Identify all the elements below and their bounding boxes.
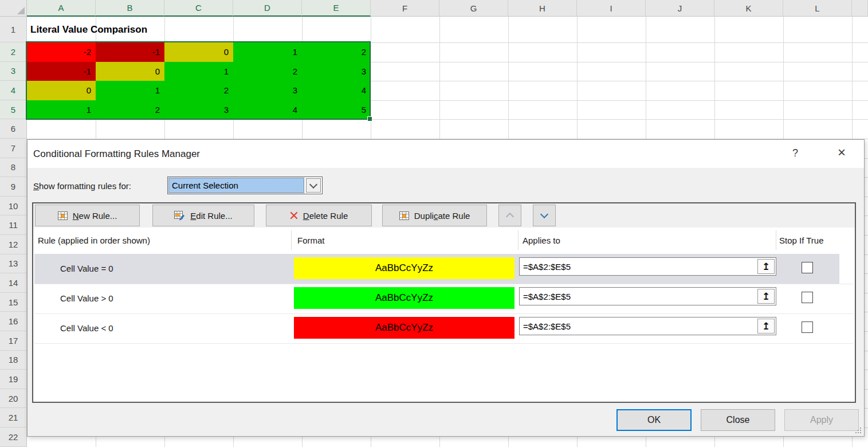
row-header-9[interactable]: 9 <box>0 177 27 197</box>
applies-to-field[interactable]: ↥ <box>519 257 776 276</box>
row-header-10[interactable]: 10 <box>0 197 27 216</box>
cell-e2[interactable]: 2 <box>302 42 371 62</box>
row-header-15[interactable]: 15 <box>0 293 27 312</box>
column-header-h[interactable]: H <box>508 0 577 17</box>
row-header-13[interactable]: 13 <box>0 254 27 274</box>
cell-d4[interactable]: 3 <box>233 81 302 100</box>
column-header-j[interactable]: J <box>646 0 714 17</box>
row-header-18[interactable]: 18 <box>0 351 27 370</box>
applies-to-input[interactable] <box>520 258 776 275</box>
duplicate-rule-button[interactable]: Duplicate Rule <box>382 205 487 226</box>
format-preview-text: AaBbCcYyZz <box>375 322 433 334</box>
scope-dropdown-button[interactable] <box>306 178 321 193</box>
rules-list-header: Rule (applied in order shown) Format App… <box>33 228 855 254</box>
move-down-button[interactable] <box>533 205 556 226</box>
collapse-dialog-icon[interactable]: ↥ <box>757 289 775 304</box>
row-header-21[interactable]: 21 <box>0 408 27 428</box>
cell-d5[interactable]: 4 <box>233 100 302 120</box>
delete-rule-button[interactable]: Delete Rule <box>266 205 372 226</box>
cell-a4[interactable]: 0 <box>27 81 96 100</box>
cell-c5[interactable]: 3 <box>164 100 233 120</box>
format-preview-text: AaBbCcYyZz <box>375 262 433 274</box>
column-header-k[interactable]: K <box>714 0 783 17</box>
collapse-dialog-icon[interactable]: ↥ <box>757 259 775 274</box>
dialog-close-button[interactable]: × <box>828 140 855 166</box>
ok-button[interactable]: OK <box>616 409 692 431</box>
cell-c4[interactable]: 2 <box>164 81 233 100</box>
resize-grip[interactable] <box>853 425 861 433</box>
cell-a2[interactable]: -2 <box>27 42 96 62</box>
column-divider <box>291 230 292 250</box>
stop-if-true-checkbox[interactable] <box>802 292 813 303</box>
column-header-l[interactable]: L <box>783 0 852 17</box>
applies-to-field[interactable]: ↥ <box>519 287 776 305</box>
header-stop-if-true: Stop If True <box>779 228 824 254</box>
cell-c3[interactable]: 1 <box>164 62 233 81</box>
row-header-22[interactable]: 22 <box>0 428 27 447</box>
table-icon <box>58 211 68 220</box>
help-button[interactable]: ? <box>785 140 806 166</box>
show-rules-label: Show formatting rules for: <box>33 178 131 195</box>
dialog-title: Conditional Formatting Rules Manager <box>33 140 200 168</box>
new-rule-button[interactable]: New Rule... <box>35 205 140 226</box>
row-header-14[interactable]: 14 <box>0 273 27 293</box>
edit-rule-label: Edit Rule... <box>190 211 232 221</box>
cell-a1[interactable]: Literal Value Comparison <box>30 17 147 42</box>
scope-dropdown[interactable]: Current Selection <box>167 177 323 194</box>
row-header-16[interactable]: 16 <box>0 312 27 331</box>
rule-format-preview: AaBbCcYyZz <box>294 317 514 339</box>
column-header-b[interactable]: B <box>96 0 164 17</box>
cell-d2[interactable]: 1 <box>233 42 302 62</box>
column-header-d[interactable]: D <box>233 0 302 17</box>
row-header-7[interactable]: 7 <box>0 139 27 158</box>
row-header-8[interactable]: 8 <box>0 158 27 178</box>
cell-c2[interactable]: 0 <box>164 42 233 62</box>
column-header-i[interactable]: I <box>577 0 646 17</box>
row-header-6[interactable]: 6 <box>0 119 27 139</box>
row-header-19[interactable]: 19 <box>0 370 27 389</box>
rule-row[interactable]: Cell Value = 0 AaBbCcYyZz ↥ <box>34 254 854 284</box>
column-header-partial <box>852 0 868 17</box>
applies-to-field[interactable]: ↥ <box>519 317 776 335</box>
cell-a5[interactable]: 1 <box>27 100 96 120</box>
cell-a3[interactable]: -1 <box>27 62 96 81</box>
delete-x-icon <box>290 211 298 219</box>
column-header-g[interactable]: G <box>439 0 508 17</box>
row-header-5[interactable]: 5 <box>0 100 27 120</box>
scope-dropdown-value: Current Selection <box>168 178 304 193</box>
applies-to-input[interactable] <box>520 288 776 305</box>
column-header-c[interactable]: C <box>164 0 233 17</box>
row-header-1[interactable]: 1 <box>0 17 27 42</box>
edit-rule-button[interactable]: Edit Rule... <box>152 205 254 226</box>
collapse-dialog-icon[interactable]: ↥ <box>757 319 775 334</box>
cell-e4[interactable]: 4 <box>302 81 371 100</box>
row-header-12[interactable]: 12 <box>0 235 27 254</box>
stop-if-true-checkbox[interactable] <box>802 321 813 333</box>
cell-b5[interactable]: 2 <box>96 100 164 120</box>
column-header-f[interactable]: F <box>371 0 439 17</box>
row-header-11[interactable]: 11 <box>0 215 27 235</box>
move-up-button[interactable] <box>498 205 521 226</box>
stop-if-true-checkbox[interactable] <box>802 262 813 273</box>
fill-handle[interactable] <box>367 116 372 121</box>
row-header-17[interactable]: 17 <box>0 331 27 351</box>
cell-b4[interactable]: 1 <box>96 81 164 100</box>
row-header-2[interactable]: 2 <box>0 42 27 62</box>
column-divider <box>518 230 519 250</box>
chevron-down-icon <box>309 180 317 188</box>
cell-e3[interactable]: 3 <box>302 62 371 81</box>
close-button[interactable]: Close <box>701 409 775 431</box>
cell-b2[interactable]: -1 <box>96 42 164 62</box>
row-header-20[interactable]: 20 <box>0 389 27 409</box>
row-header-3[interactable]: 3 <box>0 62 27 81</box>
cell-e5[interactable]: 5 <box>302 100 371 120</box>
rule-row[interactable]: Cell Value > 0 AaBbCcYyZz ↥ <box>34 284 854 314</box>
select-all-corner[interactable] <box>0 0 27 17</box>
cell-b3[interactable]: 0 <box>96 62 164 81</box>
column-header-a[interactable]: A <box>27 0 96 17</box>
rule-row[interactable]: Cell Value < 0 AaBbCcYyZz ↥ <box>34 313 854 344</box>
applies-to-input[interactable] <box>520 317 776 335</box>
row-header-4[interactable]: 4 <box>0 81 27 100</box>
cell-d3[interactable]: 2 <box>233 62 302 81</box>
column-header-e[interactable]: E <box>302 0 371 17</box>
